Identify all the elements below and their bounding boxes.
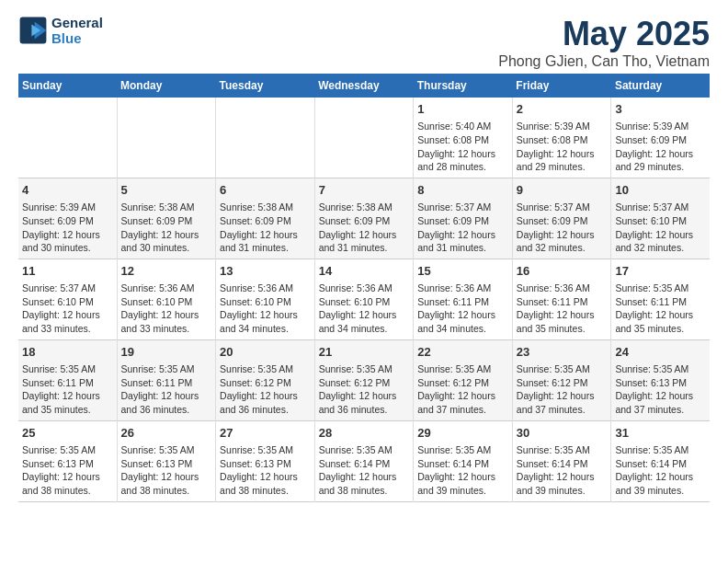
day-number: 21: [319, 344, 410, 361]
week-row-3: 11Sunrise: 5:37 AM Sunset: 6:10 PM Dayli…: [18, 259, 710, 339]
calendar-cell: 26Sunrise: 5:35 AM Sunset: 6:13 PM Dayli…: [117, 420, 216, 501]
week-row-2: 4Sunrise: 5:39 AM Sunset: 6:09 PM Daylig…: [18, 178, 710, 259]
calendar-cell: 9Sunrise: 5:37 AM Sunset: 6:09 PM Daylig…: [512, 178, 611, 259]
col-header-friday: Friday: [512, 74, 611, 98]
day-number: 5: [121, 182, 212, 199]
calendar-cell: 27Sunrise: 5:35 AM Sunset: 6:13 PM Dayli…: [216, 420, 315, 501]
day-number: 22: [417, 344, 508, 361]
day-info: Sunrise: 5:38 AM Sunset: 6:09 PM Dayligh…: [121, 201, 212, 255]
day-number: 17: [615, 263, 706, 280]
day-number: 4: [22, 182, 113, 199]
calendar-cell: 24Sunrise: 5:35 AM Sunset: 6:13 PM Dayli…: [611, 339, 710, 420]
day-number: 19: [121, 344, 212, 361]
day-info: Sunrise: 5:40 AM Sunset: 6:08 PM Dayligh…: [417, 120, 508, 174]
day-number: 13: [220, 263, 311, 280]
calendar-cell: 11Sunrise: 5:37 AM Sunset: 6:10 PM Dayli…: [18, 259, 117, 339]
logo: General Blue: [18, 15, 103, 46]
calendar-cell: 5Sunrise: 5:38 AM Sunset: 6:09 PM Daylig…: [117, 178, 216, 259]
day-number: 24: [615, 344, 706, 361]
day-info: Sunrise: 5:37 AM Sunset: 6:09 PM Dayligh…: [517, 201, 608, 255]
col-header-saturday: Saturday: [611, 74, 710, 98]
day-number: 26: [121, 425, 212, 442]
day-number: 2: [517, 101, 608, 118]
calendar-cell: 2Sunrise: 5:39 AM Sunset: 6:08 PM Daylig…: [512, 98, 611, 178]
day-number: 9: [517, 182, 608, 199]
day-info: Sunrise: 5:35 AM Sunset: 6:13 PM Dayligh…: [615, 362, 706, 417]
day-number: 30: [517, 425, 608, 442]
day-info: Sunrise: 5:37 AM Sunset: 6:10 PM Dayligh…: [22, 282, 113, 336]
day-info: Sunrise: 5:35 AM Sunset: 6:11 PM Dayligh…: [121, 362, 212, 417]
calendar-cell: 25Sunrise: 5:35 AM Sunset: 6:13 PM Dayli…: [18, 420, 117, 501]
day-info: Sunrise: 5:36 AM Sunset: 6:11 PM Dayligh…: [417, 282, 508, 336]
col-header-monday: Monday: [117, 74, 216, 98]
col-header-sunday: Sunday: [18, 74, 117, 98]
day-info: Sunrise: 5:36 AM Sunset: 6:10 PM Dayligh…: [319, 282, 410, 336]
day-number: 8: [417, 182, 508, 199]
day-number: 23: [517, 344, 608, 361]
day-info: Sunrise: 5:38 AM Sunset: 6:09 PM Dayligh…: [319, 201, 410, 255]
calendar-cell: 10Sunrise: 5:37 AM Sunset: 6:10 PM Dayli…: [611, 178, 710, 259]
day-number: 11: [22, 263, 113, 280]
calendar-cell: 21Sunrise: 5:35 AM Sunset: 6:12 PM Dayli…: [314, 339, 414, 420]
day-info: Sunrise: 5:35 AM Sunset: 6:11 PM Dayligh…: [615, 282, 706, 336]
calendar-cell: 20Sunrise: 5:35 AM Sunset: 6:12 PM Dayli…: [216, 339, 315, 420]
day-number: 14: [319, 263, 410, 280]
day-number: 27: [220, 425, 311, 442]
day-info: Sunrise: 5:35 AM Sunset: 6:12 PM Dayligh…: [517, 362, 608, 417]
day-number: 31: [615, 425, 706, 442]
day-number: 16: [517, 263, 608, 280]
calendar-cell: 12Sunrise: 5:36 AM Sunset: 6:10 PM Dayli…: [117, 259, 216, 339]
day-info: Sunrise: 5:37 AM Sunset: 6:10 PM Dayligh…: [615, 201, 706, 255]
calendar-cell: 28Sunrise: 5:35 AM Sunset: 6:14 PM Dayli…: [314, 420, 414, 501]
day-info: Sunrise: 5:39 AM Sunset: 6:09 PM Dayligh…: [615, 120, 706, 174]
day-info: Sunrise: 5:35 AM Sunset: 6:14 PM Dayligh…: [517, 443, 608, 498]
calendar-cell: 1Sunrise: 5:40 AM Sunset: 6:08 PM Daylig…: [414, 98, 513, 178]
calendar-cell: 30Sunrise: 5:35 AM Sunset: 6:14 PM Dayli…: [512, 420, 611, 501]
calendar-cell: 17Sunrise: 5:35 AM Sunset: 6:11 PM Dayli…: [611, 259, 710, 339]
day-info: Sunrise: 5:37 AM Sunset: 6:09 PM Dayligh…: [417, 201, 508, 255]
day-info: Sunrise: 5:36 AM Sunset: 6:10 PM Dayligh…: [220, 282, 311, 336]
day-info: Sunrise: 5:36 AM Sunset: 6:11 PM Dayligh…: [517, 282, 608, 336]
day-info: Sunrise: 5:39 AM Sunset: 6:09 PM Dayligh…: [22, 201, 113, 255]
calendar-cell: 8Sunrise: 5:37 AM Sunset: 6:09 PM Daylig…: [414, 178, 513, 259]
calendar-cell: 31Sunrise: 5:35 AM Sunset: 6:14 PM Dayli…: [611, 420, 710, 501]
calendar-cell: 3Sunrise: 5:39 AM Sunset: 6:09 PM Daylig…: [611, 98, 710, 178]
day-info: Sunrise: 5:35 AM Sunset: 6:14 PM Dayligh…: [615, 443, 706, 498]
week-row-1: 1Sunrise: 5:40 AM Sunset: 6:08 PM Daylig…: [18, 98, 710, 178]
main-title: May 2025: [498, 15, 710, 53]
day-number: 29: [417, 425, 508, 442]
subtitle: Phong GJien, Can Tho, Vietnam: [498, 53, 710, 70]
day-number: 28: [319, 425, 410, 442]
calendar-cell: 23Sunrise: 5:35 AM Sunset: 6:12 PM Dayli…: [512, 339, 611, 420]
day-info: Sunrise: 5:35 AM Sunset: 6:12 PM Dayligh…: [220, 362, 311, 417]
calendar-cell: 6Sunrise: 5:38 AM Sunset: 6:09 PM Daylig…: [216, 178, 315, 259]
day-number: 7: [319, 182, 410, 199]
day-info: Sunrise: 5:36 AM Sunset: 6:10 PM Dayligh…: [121, 282, 212, 336]
calendar-cell: [18, 98, 117, 178]
day-number: 25: [22, 425, 113, 442]
week-row-5: 25Sunrise: 5:35 AM Sunset: 6:13 PM Dayli…: [18, 420, 710, 501]
day-info: Sunrise: 5:39 AM Sunset: 6:08 PM Dayligh…: [517, 120, 608, 174]
logo-icon: [18, 16, 48, 45]
day-info: Sunrise: 5:35 AM Sunset: 6:12 PM Dayligh…: [417, 362, 508, 417]
calendar-cell: [216, 98, 315, 178]
calendar-cell: 18Sunrise: 5:35 AM Sunset: 6:11 PM Dayli…: [18, 339, 117, 420]
page: General Blue May 2025 Phong GJien, Can T…: [0, 0, 728, 511]
calendar-cell: 15Sunrise: 5:36 AM Sunset: 6:11 PM Dayli…: [414, 259, 513, 339]
day-number: 6: [220, 182, 311, 199]
calendar-cell: [117, 98, 216, 178]
day-info: Sunrise: 5:35 AM Sunset: 6:13 PM Dayligh…: [220, 443, 311, 498]
day-info: Sunrise: 5:35 AM Sunset: 6:13 PM Dayligh…: [121, 443, 212, 498]
day-number: 12: [121, 263, 212, 280]
day-info: Sunrise: 5:35 AM Sunset: 6:11 PM Dayligh…: [22, 362, 113, 417]
calendar-table: SundayMondayTuesdayWednesdayThursdayFrid…: [18, 74, 710, 502]
day-number: 15: [417, 263, 508, 280]
header: General Blue May 2025 Phong GJien, Can T…: [18, 15, 710, 70]
calendar-cell: 16Sunrise: 5:36 AM Sunset: 6:11 PM Dayli…: [512, 259, 611, 339]
day-number: 20: [220, 344, 311, 361]
day-number: 1: [417, 101, 508, 118]
col-header-thursday: Thursday: [414, 74, 513, 98]
calendar-cell: 13Sunrise: 5:36 AM Sunset: 6:10 PM Dayli…: [216, 259, 315, 339]
calendar-cell: 19Sunrise: 5:35 AM Sunset: 6:11 PM Dayli…: [117, 339, 216, 420]
logo-text: General Blue: [51, 15, 103, 46]
